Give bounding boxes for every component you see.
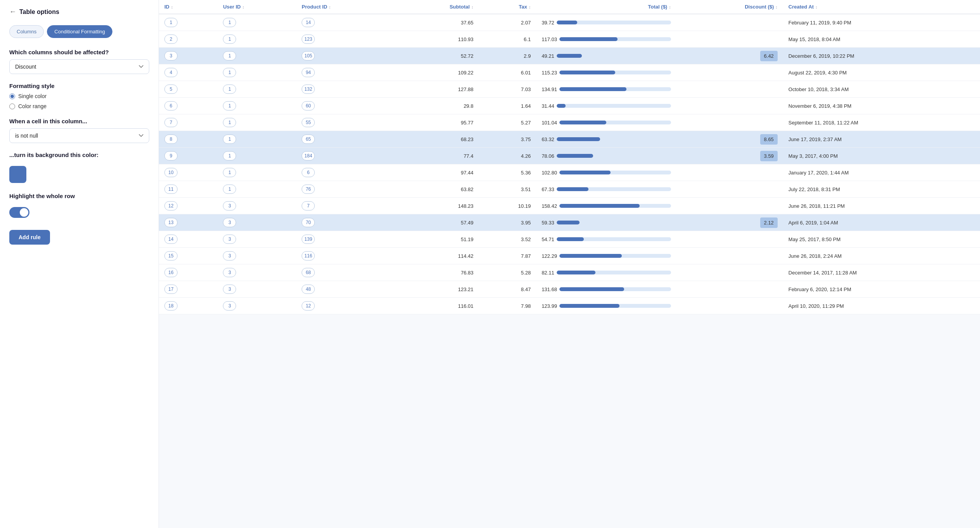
back-button[interactable]: ← Table options xyxy=(9,8,149,16)
bar-background xyxy=(559,71,671,74)
cell-discount xyxy=(676,231,783,248)
productid-badge: 116 xyxy=(302,251,315,261)
column-select[interactable]: Discount xyxy=(9,59,149,74)
cell-subtotal: 52.72 xyxy=(394,48,479,64)
col-header-tax[interactable]: Tax ↕ xyxy=(479,0,536,14)
cell-tax: 2.9 xyxy=(479,48,536,64)
cell-userid: 3 xyxy=(217,214,296,231)
cell-discount xyxy=(676,98,783,114)
col-header-subtotal[interactable]: Subtotal ↕ xyxy=(394,0,479,14)
table-row: 3110552.722.9 49.21 6.42December 6, 2019… xyxy=(159,48,980,64)
cell-total: 31.44 xyxy=(536,98,676,114)
total-value: 122.29 xyxy=(542,253,557,259)
total-bar-cell: 101.04 xyxy=(542,120,671,126)
cell-tax: 10.19 xyxy=(479,198,536,214)
cell-tax: 7.03 xyxy=(479,81,536,98)
id-badge: 2 xyxy=(164,35,178,44)
cell-tax: 7.87 xyxy=(479,248,536,264)
id-badge: 9 xyxy=(164,151,178,160)
cell-createdat: May 15, 2018, 8:04 AM xyxy=(783,31,980,48)
cell-userid: 1 xyxy=(217,48,296,64)
table-row: 9118477.44.26 78.06 3.59May 3, 2017, 4:0… xyxy=(159,148,980,164)
cell-productid: 60 xyxy=(296,98,394,114)
bar-background xyxy=(557,137,671,141)
sort-icon-userid: ↕ xyxy=(242,5,245,9)
productid-badge: 76 xyxy=(302,185,315,194)
cell-tax: 4.26 xyxy=(479,148,536,164)
cell-tax: 3.95 xyxy=(479,214,536,231)
tab-columns[interactable]: Columns xyxy=(9,25,44,38)
col-header-productid[interactable]: Product ID ↕ xyxy=(296,0,394,14)
bar-background xyxy=(557,237,671,241)
table-row: 616029.81.64 31.44 November 6, 2019, 4:3… xyxy=(159,98,980,114)
formatting-style-section: Formatting style Single color Color rang… xyxy=(9,83,149,109)
tab-conditional-formatting[interactable]: Conditional Formatting xyxy=(47,25,112,38)
cell-subtotal: 63.82 xyxy=(394,181,479,198)
color-swatch[interactable] xyxy=(9,166,26,183)
userid-badge: 1 xyxy=(223,185,236,194)
cell-tax: 1.64 xyxy=(479,98,536,114)
condition-select[interactable]: is not null xyxy=(9,128,149,143)
productid-badge: 6 xyxy=(302,168,315,177)
cell-userid: 3 xyxy=(217,298,296,314)
cell-id: 8 xyxy=(159,131,217,148)
left-panel: ← Table options Columns Conditional Form… xyxy=(0,0,159,528)
toggle-slider xyxy=(9,207,29,218)
cell-discount xyxy=(676,264,783,281)
productid-badge: 55 xyxy=(302,118,315,127)
table-row: 21123110.936.1 117.03 May 15, 2018, 8:04… xyxy=(159,31,980,48)
cell-createdat: April 6, 2019, 1:04 AM xyxy=(783,214,980,231)
cell-createdat: June 26, 2018, 2:24 AM xyxy=(783,248,980,264)
cell-discount: 2.12 xyxy=(676,214,783,231)
bar-background xyxy=(557,54,671,58)
cell-id: 12 xyxy=(159,198,217,214)
cell-userid: 1 xyxy=(217,131,296,148)
total-value: 131.68 xyxy=(542,286,557,292)
table-row: 4194109.226.01 115.23 August 22, 2019, 4… xyxy=(159,64,980,81)
col-header-discount[interactable]: Discount ($) ↕ xyxy=(676,0,783,14)
cell-createdat: September 11, 2018, 11:22 AM xyxy=(783,114,980,131)
cell-userid: 1 xyxy=(217,81,296,98)
cell-total: 117.03 xyxy=(536,31,676,48)
cell-createdat: February 6, 2020, 12:14 PM xyxy=(783,281,980,298)
col-header-id[interactable]: ID ↕ xyxy=(159,0,217,14)
userid-badge: 3 xyxy=(223,285,236,294)
cell-tax: 5.28 xyxy=(479,264,536,281)
highlight-row-toggle[interactable] xyxy=(9,207,29,218)
cell-total: 78.06 xyxy=(536,148,676,164)
cell-subtotal: 51.19 xyxy=(394,231,479,248)
productid-badge: 139 xyxy=(302,235,315,244)
userid-badge: 1 xyxy=(223,51,236,60)
radio-single-color[interactable]: Single color xyxy=(9,93,149,99)
total-value: 59.33 xyxy=(542,220,554,226)
total-value: 54.71 xyxy=(542,236,554,242)
productid-badge: 48 xyxy=(302,285,315,294)
col-header-userid[interactable]: User ID ↕ xyxy=(217,0,296,14)
col-header-total[interactable]: Total ($) ↕ xyxy=(536,0,676,14)
cell-subtotal: 123.21 xyxy=(394,281,479,298)
cell-id: 13 xyxy=(159,214,217,231)
productid-badge: 123 xyxy=(302,35,315,44)
discount-value-highlighted: 3.59 xyxy=(760,151,778,161)
cell-createdat: November 6, 2019, 4:38 PM xyxy=(783,98,980,114)
cell-id: 11 xyxy=(159,181,217,198)
cell-userid: 3 xyxy=(217,281,296,298)
when-cell-label: When a cell in this column... xyxy=(9,118,149,124)
cell-total: 134.91 xyxy=(536,81,676,98)
cell-createdat: July 22, 2018, 8:31 PM xyxy=(783,181,980,198)
bar-fill xyxy=(559,37,618,41)
id-badge: 10 xyxy=(164,168,178,177)
cell-id: 1 xyxy=(159,14,217,31)
cell-productid: 184 xyxy=(296,148,394,164)
id-badge: 1 xyxy=(164,18,178,27)
id-badge: 7 xyxy=(164,118,178,127)
cell-id: 4 xyxy=(159,64,217,81)
userid-badge: 3 xyxy=(223,301,236,311)
productid-badge: 68 xyxy=(302,268,315,277)
total-bar-cell: 134.91 xyxy=(542,86,671,92)
cell-id: 18 xyxy=(159,298,217,314)
radio-color-range[interactable]: Color range xyxy=(9,103,149,109)
bar-background xyxy=(559,287,671,291)
col-header-createdat[interactable]: Created At ↕ xyxy=(783,0,980,14)
add-rule-button[interactable]: Add rule xyxy=(9,230,50,245)
